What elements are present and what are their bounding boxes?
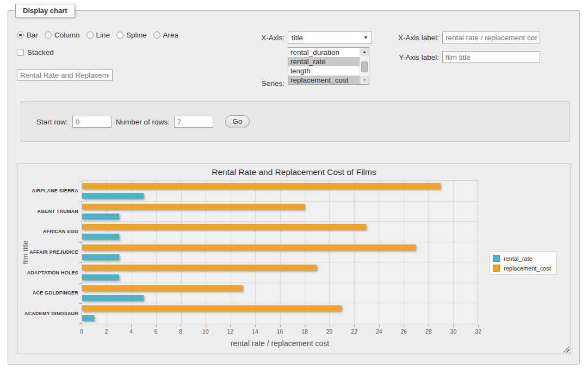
category-row: AFRICAN EGG [82, 222, 478, 242]
bar-replacement_cost [82, 183, 441, 189]
x-axis-tick [330, 325, 330, 327]
chart-type-option-spline[interactable]: Spline [116, 31, 147, 39]
category-row: ACE GOLDFINGER [82, 283, 478, 304]
scroll-down-icon[interactable]: ▼ [360, 76, 369, 84]
category-row: ACADEMY DINOSAUR [82, 303, 478, 324]
radio-icon[interactable] [153, 32, 160, 39]
plot-area: AIRPLANE SIERRAAGENT TRUMANAFRICAN EGGAF… [82, 180, 478, 324]
chart-type-radios: BarColumnLineSplineArea [17, 31, 178, 39]
x-axis-tick-label: 18 [301, 328, 308, 335]
x-axis-tick-label: 12 [227, 328, 234, 335]
radio-icon[interactable] [86, 32, 94, 39]
x-axis-tick [453, 325, 454, 327]
x-axis-tick [156, 325, 157, 327]
x-axis-tick-label: 6 [154, 328, 158, 335]
x-axis-tick-label: 32 [475, 328, 481, 335]
series-option-rental_duration[interactable]: rental_duration [288, 48, 360, 57]
radio-label: Bar [27, 31, 38, 39]
x-axis-tick [255, 325, 256, 327]
y-axis-label-input[interactable] [442, 51, 540, 63]
x-axis-label-input[interactable] [442, 32, 540, 43]
stacked-label: Stacked [27, 48, 54, 57]
y-axis-tick [79, 222, 82, 222]
x-axis-select-label: X-Axis: [226, 34, 284, 42]
series-scrollbar[interactable]: ▲ ▼ [360, 48, 369, 84]
bar-rental_rate [82, 193, 144, 199]
legend-entry-replacement_cost[interactable]: replacement_cost [493, 265, 551, 272]
radio-icon[interactable] [45, 32, 52, 39]
bar-replacement_cost [82, 244, 416, 250]
y-axis-tick [79, 181, 82, 181]
radio-label: Area [163, 31, 179, 39]
x-axis-tick-label: 8 [179, 328, 182, 335]
stacked-checkbox[interactable] [17, 49, 24, 56]
y-axis-tick [79, 242, 82, 243]
stacked-row: Stacked [17, 48, 54, 57]
x-axis-tick [478, 325, 479, 327]
series-options-list: rental_durationrental_ratelengthreplacem… [288, 48, 360, 85]
bar-replacement_cost [82, 224, 366, 230]
x-axis-tick [181, 325, 181, 327]
x-axis-tick-label: 26 [400, 328, 407, 335]
x-axis-tick-label: 22 [351, 328, 357, 335]
category-label: AGENT TRUMAN [18, 209, 78, 214]
bar-rental_rate [82, 254, 119, 260]
y-axis-tick [79, 283, 82, 284]
resize-handle-icon[interactable] [563, 346, 570, 353]
y-axis-title: film title [21, 220, 29, 285]
x-axis-select[interactable]: title ▼ [288, 32, 372, 44]
chart-type-option-bar[interactable]: Bar [17, 31, 38, 39]
bar-rental_rate [82, 214, 119, 220]
legend-label: replacement_cost [504, 265, 551, 272]
series-option-replacement_cost[interactable]: replacement_cost [288, 76, 360, 85]
bar-rental_rate [82, 315, 94, 321]
row-range-panel: Start row: Number of rows: Go [21, 101, 570, 142]
category-row: AGENT TRUMAN [82, 202, 478, 222]
x-axis-tick [305, 325, 305, 327]
chevron-down-icon: ▼ [363, 35, 368, 40]
x-axis-tick-label: 0 [80, 328, 83, 335]
series-option-rental_rate[interactable]: rental_rate [288, 57, 360, 66]
radio-icon[interactable] [116, 32, 123, 39]
chart-type-option-column[interactable]: Column [45, 31, 80, 39]
chart-type-option-line[interactable]: Line [86, 31, 110, 39]
category-row: AFFAIR PREJUDICE [82, 242, 478, 263]
radio-label: Spline [126, 31, 147, 39]
x-axis-field-label: X-Axis label: [389, 34, 439, 42]
x-axis-tick-label: 14 [252, 328, 258, 335]
start-row-label: Start row: [36, 118, 68, 126]
panel-legend: Display chart [15, 4, 75, 17]
radio-label: Line [96, 31, 110, 39]
x-axis-tick [131, 325, 132, 327]
start-row-input[interactable] [72, 116, 112, 128]
legend-swatch [493, 255, 500, 262]
category-label: AIRPLANE SIERRA [18, 188, 78, 193]
category-row: ADAPTATION HOLES [82, 262, 478, 283]
series-select-label: Series: [226, 79, 284, 87]
chart-title-input[interactable] [17, 69, 113, 81]
go-button[interactable]: Go [225, 115, 250, 128]
category-label: ACE GOLDFINGER [18, 290, 78, 296]
x-axis-tick [107, 325, 107, 327]
radio-icon[interactable] [17, 32, 24, 39]
y-axis-tick [79, 262, 82, 263]
num-rows-label: Number of rows: [116, 118, 170, 126]
legend-entry-rental_rate[interactable]: rental_rate [493, 255, 551, 262]
x-axis-tick [379, 325, 380, 327]
scroll-up-icon[interactable]: ▲ [360, 48, 369, 56]
num-rows-input[interactable] [174, 116, 213, 128]
x-axis-tick-label: 2 [105, 328, 108, 335]
series-option-length[interactable]: length [288, 66, 360, 76]
chart-type-option-area[interactable]: Area [153, 31, 179, 39]
scrollbar-thumb[interactable] [361, 61, 368, 72]
x-axis-tick [429, 325, 429, 327]
chart-title: Rental Rate and Replacement Cost of Film… [17, 167, 571, 177]
x-axis-tick-label: 10 [202, 328, 209, 335]
x-axis-strip: 02468101214161820222426283032 [82, 325, 478, 337]
x-axis-select-value: title [292, 34, 303, 42]
x-axis-tick-label: 24 [376, 328, 382, 335]
x-axis-tick-label: 28 [425, 328, 432, 335]
x-axis-tick-label: 16 [277, 328, 283, 335]
bar-rental_rate [82, 234, 119, 240]
series-multiselect[interactable]: rental_durationrental_ratelengthreplacem… [288, 47, 369, 85]
